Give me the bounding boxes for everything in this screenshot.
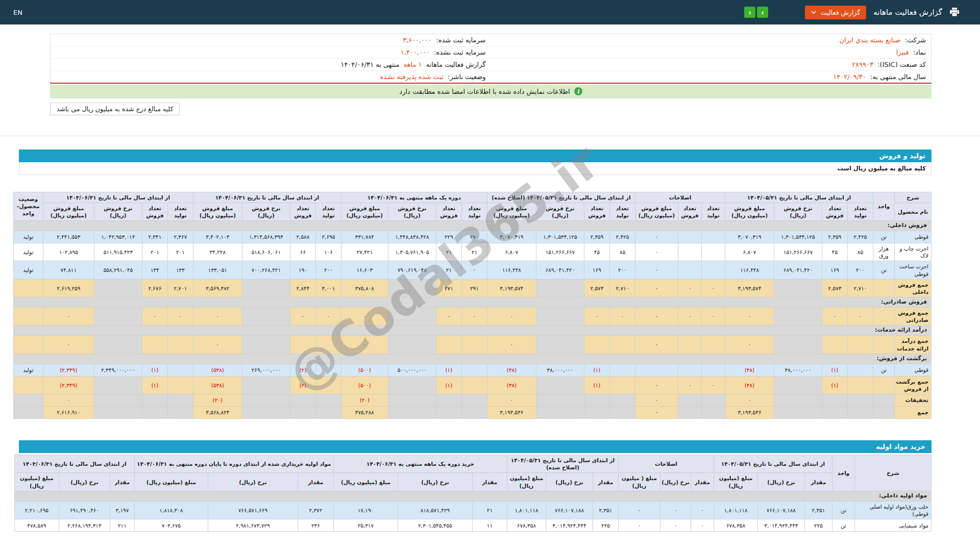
cell: ۲,۳۵۱ (593, 501, 618, 519)
cell: تن (873, 231, 895, 243)
cell (142, 394, 167, 407)
cell: ۰ (848, 308, 873, 325)
table-row: اجرت ساخت قوطيتن۲۰۰۱۶۹۶۸۹,۰۴۱,۴۲۰۱۱۶,۴۴۸… (13, 261, 931, 279)
cell: ۰ (487, 394, 536, 407)
column-header: نرخ (ریال) (660, 473, 691, 491)
info-row: کد صنعت (ISIC): ۲۸۹۹۰۳ گزارش فعالیت ماها… (51, 59, 932, 71)
cell: ۲,۷۱۰ (848, 279, 873, 297)
cell (142, 407, 167, 419)
section-subtitle-currency: کلیه مبالغ به میلیون ریال است (19, 162, 932, 175)
cell (678, 364, 701, 376)
cell: ۲,۴۴۱,۵۵۳ (43, 231, 94, 243)
cell: ۲۲۹ (436, 231, 461, 243)
cell: ۰ (725, 394, 774, 407)
group-header: دوره یک ماهه منتهی به ۱۴۰۴/۰۶/۳۱ (341, 192, 487, 203)
column-header: مبلغ فروش (میلیون ریال) (725, 203, 774, 220)
table-row: فروش داخلی: (13, 221, 931, 231)
table-row: قوطيتن۲,۴۲۵۲,۳۵۹۱,۳۰۱,۵۳۴,۱۲۵۳,۰۷۰,۳۱۹۰۲… (13, 231, 931, 243)
cell: ۲,۳۴۱ (142, 231, 167, 243)
cell: ۱۱۶,۴۴۸ (487, 261, 536, 279)
cell (873, 336, 895, 354)
cell: ۱۵۱,۲۶۶,۶۶۷ (774, 243, 822, 261)
column-header: تعداد تولید (167, 203, 193, 220)
cell: ۲,۶۱۹,۲۵۹ (43, 279, 94, 297)
cell (388, 376, 436, 394)
cell (848, 407, 873, 419)
cell: ۷۴,۸۱۱ (43, 261, 94, 279)
column-header: مبلغ (میلیون ریال) (333, 473, 398, 491)
section-row-label: درآمد ارائه خدمات: (13, 325, 931, 336)
cell (584, 394, 609, 407)
group-header: اصلاحات (618, 455, 714, 473)
cell: ۷۹۰,۶۱۹,۰۴۸ (388, 261, 436, 279)
cell (388, 394, 436, 407)
cell (94, 394, 142, 407)
report-type-dropdown[interactable]: گزارش فعالیت (805, 6, 866, 19)
cell: ۰ (487, 308, 536, 325)
cell: ۰ (635, 407, 678, 419)
cell (678, 407, 701, 419)
cell (774, 376, 822, 394)
cell: ۰ (43, 394, 94, 407)
cell: تن (873, 364, 895, 376)
cell (701, 407, 725, 419)
cell: ۵۰۰,۰۰۰,۰۰۰ (388, 364, 436, 376)
cell (609, 407, 635, 419)
publisher-status-label: وضعیت ناشر: (448, 73, 485, 81)
row-label: جمع برگشت از فروش (895, 376, 932, 394)
group-header: از ابتدای سال مالی تا تاریخ ۱۴۰۳/۰۶/۳۱ (43, 192, 193, 203)
topbar: گزارش فعالیت ماهانه گزارش فعالیت › ‹ EN (0, 0, 980, 24)
cell (315, 336, 341, 354)
cell: ۰ (635, 261, 678, 279)
cell: ۰ (461, 308, 487, 325)
cell: ۳,۰۷۰,۳۱۹ (725, 231, 774, 243)
nav-previous-button[interactable]: › (757, 7, 768, 18)
cell (461, 336, 487, 354)
report-content: تولید و فروش کلیه مبالغ به میلیون ریال ا… (0, 136, 980, 532)
cell: (۱) (142, 364, 167, 376)
cell: ۰ (635, 243, 678, 261)
cell (609, 394, 635, 407)
cell (13, 279, 43, 297)
cell: ۸۱۸,۵۷۱,۴۲۹ (398, 501, 472, 519)
language-switch[interactable]: EN (13, 9, 22, 16)
cell (848, 376, 873, 394)
cell: ۰ (635, 308, 678, 325)
cell: ۶۹۱,۴۹۰,۴۶۰ (59, 501, 110, 519)
cell: (۲۰) (193, 394, 242, 407)
materials-purchase-table: شرحواحداز ابتدای سال مالی تا تاریخ ۱۴۰۴/… (14, 455, 932, 532)
cell: ۰ (660, 501, 691, 519)
cell: ۳,۰۰۱ (315, 279, 341, 297)
print-icon[interactable] (949, 8, 960, 17)
report-info-table: شرکت: صنایع بسته بندي ایران سرمایه ثبت ش… (50, 34, 932, 84)
cell: ۲۹۱ (461, 279, 487, 297)
isic-code-label: کد صنعت (ISIC): (877, 61, 926, 68)
cell: ۲,۳۵۹ (822, 231, 848, 243)
symbol-label: نماد: (913, 48, 926, 56)
column-header: مبلغ فروش (میلیون ریال) (43, 203, 94, 220)
info-cell: کد صنعت (ISIC): ۲۸۹۹۰۳ (491, 59, 932, 71)
column-header: تعداد تولید (609, 203, 635, 220)
group-header: از ابتدای سال مالی تا تاریخ ۱۴۰۴/۰۵/۳۱ (… (487, 192, 635, 203)
column-header: مبلغ (میلیون ریال) (14, 473, 59, 491)
cell: ۰ (618, 519, 660, 532)
production-sales-section: تولید و فروش کلیه مبالغ به میلیون ریال ا… (19, 149, 932, 419)
cell (873, 394, 895, 407)
cell: ۳۳۱,۷۸۴ (341, 231, 388, 243)
cell: ۳۴,۲۲۸ (193, 243, 242, 261)
column-header: تعداد فروش (142, 203, 167, 220)
cell: ۱۰۲,۸۹۵ (43, 243, 94, 261)
cell: (۳۸) (487, 364, 536, 376)
cell: ۰ (725, 308, 774, 325)
cell: ۰ (609, 308, 635, 325)
cell: ۲۲۵ (805, 519, 832, 532)
cell (536, 407, 584, 419)
nav-next-button[interactable]: ‹ (744, 7, 755, 18)
cell: تولید (13, 261, 43, 279)
cell: (۵۳۸) (193, 364, 242, 376)
cell (678, 394, 701, 407)
cell: ۲,۶۹۵ (315, 231, 341, 243)
cell (584, 336, 609, 354)
signature-match-banner: i اطلاعات نمایش داده شده با اطلاعات امضا… (50, 85, 932, 98)
column-header: نرخ (ریال) (546, 473, 593, 491)
